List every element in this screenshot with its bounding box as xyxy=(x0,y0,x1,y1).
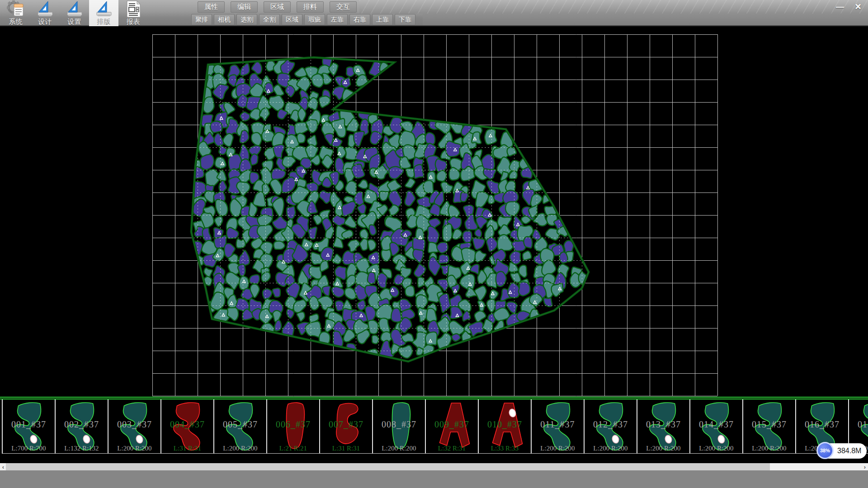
piece-cell-009_#37[interactable]: 009_#37 L:32 R:31 xyxy=(426,399,479,453)
piece-cell-012_#37[interactable]: 012_#37 L:200 R:200 xyxy=(585,399,637,453)
piece-id-label: 014_#37 xyxy=(690,419,742,430)
piece-cell-015_#37[interactable]: 015_#37 L:200 R:200 xyxy=(743,399,796,453)
toolbar-button-5[interactable]: 报表 xyxy=(118,0,148,26)
toolbar-button-2[interactable]: 设计 xyxy=(30,0,60,26)
piece-cell-001_#37[interactable]: 001_#37 L:700 R:700 xyxy=(3,399,56,453)
piece-count-label: L:200 R:200 xyxy=(214,445,266,452)
action-button-8[interactable]: 右靠 xyxy=(349,14,370,25)
piece-count-label: L:132 R:132 xyxy=(56,445,108,452)
piece-cell-010_#37[interactable]: 010_#37 L:33 R:33 xyxy=(479,399,532,453)
piece-count-label: L:33 R:33 xyxy=(479,445,531,452)
piece-id-label: 003_#37 xyxy=(108,419,160,430)
piece-id-label: 011_#37 xyxy=(532,419,584,430)
status-bar xyxy=(0,470,868,488)
action-button-4[interactable]: 全割 xyxy=(259,14,280,25)
piece-count-label: L:31 R:31 xyxy=(161,445,213,452)
piece-id-label: 007_#37 xyxy=(320,419,372,430)
toolbar-button-3[interactable]: 设置 xyxy=(60,0,89,26)
piece-id-label: 006_#37 xyxy=(267,419,319,430)
piece-cell-011_#37[interactable]: 011_#37 L:200 R:200 xyxy=(532,399,585,453)
piece-cell-003_#37[interactable]: 003_#37 L:200 R:200 xyxy=(108,399,161,453)
piece-cell-013_#37[interactable]: 013_#37 L:200 R:200 xyxy=(637,399,690,453)
toolbar-button-1[interactable]: 系统 xyxy=(1,0,30,26)
titlebar-hatch xyxy=(359,0,868,14)
piece-cell-004_#37[interactable]: 004_#37 L:31 R:31 xyxy=(161,399,214,453)
toolbar-button-label: 系统 xyxy=(9,18,23,25)
report-icon xyxy=(124,0,142,18)
setsquare-icon xyxy=(36,0,54,18)
piece-id-label: 015_#37 xyxy=(743,419,795,430)
piece-count-label: L:31 R:31 xyxy=(320,445,372,452)
action-button-9[interactable]: 上靠 xyxy=(372,14,393,25)
menu-tab-1[interactable]: 属性 xyxy=(198,1,225,13)
piece-count-label: L:32 R:31 xyxy=(426,445,478,452)
action-button-5[interactable]: 区域 xyxy=(282,14,302,25)
piece-id-label: 001_#37 xyxy=(3,419,55,430)
piece-id-label: 004_#37 xyxy=(161,419,213,430)
menu-tab-bar: 属性编辑区域排料交互 xyxy=(198,1,357,13)
piece-count-label: L:200 R:200 xyxy=(532,445,584,452)
piece-count-label: L:200 R:200 xyxy=(637,445,689,452)
piece-thumbnail-list: 001_#37 L:700 R:700 002_#37 L:132 R:132 … xyxy=(2,399,868,454)
piece-count-label: L:200 R:200 xyxy=(373,445,425,452)
piece-id-label: 008_#37 xyxy=(373,419,425,430)
scroll-right-arrow-icon[interactable]: › xyxy=(862,463,868,470)
toolbar-button-4[interactable]: 排版 xyxy=(89,0,118,26)
horizontal-scrollbar[interactable]: ‹ › xyxy=(0,463,868,470)
action-button-10[interactable]: 下靠 xyxy=(395,14,415,25)
piece-count-label: L:200 R:200 xyxy=(690,445,742,452)
piece-id-label: 017_#37 xyxy=(849,419,868,430)
piece-count-label: L:200 R:200 xyxy=(108,445,160,452)
piece-id-label: 009_#37 xyxy=(426,419,478,430)
action-button-2[interactable]: 相机 xyxy=(214,14,235,25)
nesting-canvas[interactable] xyxy=(0,26,868,397)
action-button-7[interactable]: 左靠 xyxy=(327,14,348,25)
piece-cell-007_#37[interactable]: 007_#37 L:31 R:31 xyxy=(320,399,373,453)
main-toolbar: 系统 设计 设置 排版 报表 xyxy=(1,0,148,26)
system-gear-icon xyxy=(7,0,25,18)
menu-tab-2[interactable]: 编辑 xyxy=(231,1,258,13)
titlebar: 系统 设计 设置 排版 报表 属性编辑区域排料交互 聚排相机选割全割区域瑕疵左靠… xyxy=(0,0,868,26)
piece-id-label: 012_#37 xyxy=(585,419,637,430)
memory-badge: 38% 384.8M xyxy=(817,443,867,459)
piece-id-label: 013_#37 xyxy=(637,419,689,430)
setsquare-icon xyxy=(95,0,113,18)
action-button-6[interactable]: 瑕疵 xyxy=(304,14,325,25)
action-button-1[interactable]: 聚排 xyxy=(191,14,212,25)
toolbar-button-label: 报表 xyxy=(127,18,140,25)
toolbar-button-label: 设置 xyxy=(68,18,81,25)
menu-tab-4[interactable]: 排料 xyxy=(297,1,324,13)
minimize-button[interactable]: — xyxy=(833,1,847,13)
setsquare-icon xyxy=(66,0,84,18)
menu-tab-5[interactable]: 交互 xyxy=(330,1,357,13)
toolbar-button-label: 设计 xyxy=(38,18,52,25)
strip-separator-line xyxy=(0,397,868,398)
pieces-strip: 001_#37 L:700 R:700 002_#37 L:132 R:132 … xyxy=(0,397,868,454)
piece-cell-002_#37[interactable]: 002_#37 L:132 R:132 xyxy=(56,399,108,453)
menu-tab-3[interactable]: 区域 xyxy=(264,1,291,13)
piece-count-label: L:200 R:200 xyxy=(743,445,795,452)
progress-circle: 38% xyxy=(816,442,834,459)
piece-count-label: L:200 R:200 xyxy=(585,445,637,452)
piece-id-label: 002_#37 xyxy=(56,419,108,430)
piece-cell-014_#37[interactable]: 014_#37 L:200 R:200 xyxy=(690,399,743,453)
memory-value: 384.8M xyxy=(834,447,867,455)
scroll-left-arrow-icon[interactable]: ‹ xyxy=(0,463,6,470)
piece-id-label: 016_#37 xyxy=(796,419,848,430)
piece-id-label: 010_#37 xyxy=(479,419,531,430)
piece-cell-008_#37[interactable]: 008_#37 L:200 R:200 xyxy=(373,399,426,453)
piece-count-label: L:700 R:700 xyxy=(3,445,55,452)
action-button-3[interactable]: 选割 xyxy=(236,14,257,25)
piece-cell-006_#37[interactable]: 006_#37 L:21 R:21 xyxy=(267,399,320,453)
scrollbar-thumb[interactable] xyxy=(6,463,770,470)
toolbar-button-label: 排版 xyxy=(97,18,111,25)
piece-count-label: L:21 R:21 xyxy=(267,445,319,452)
window-controls: —✕ xyxy=(833,1,865,13)
piece-cell-005_#37[interactable]: 005_#37 L:200 R:200 xyxy=(214,399,267,453)
close-button[interactable]: ✕ xyxy=(851,1,865,13)
action-button-bar: 聚排相机选割全割区域瑕疵左靠右靠上靠下靠 xyxy=(191,14,415,25)
toolbar-filler xyxy=(423,14,868,25)
piece-id-label: 005_#37 xyxy=(214,419,266,430)
